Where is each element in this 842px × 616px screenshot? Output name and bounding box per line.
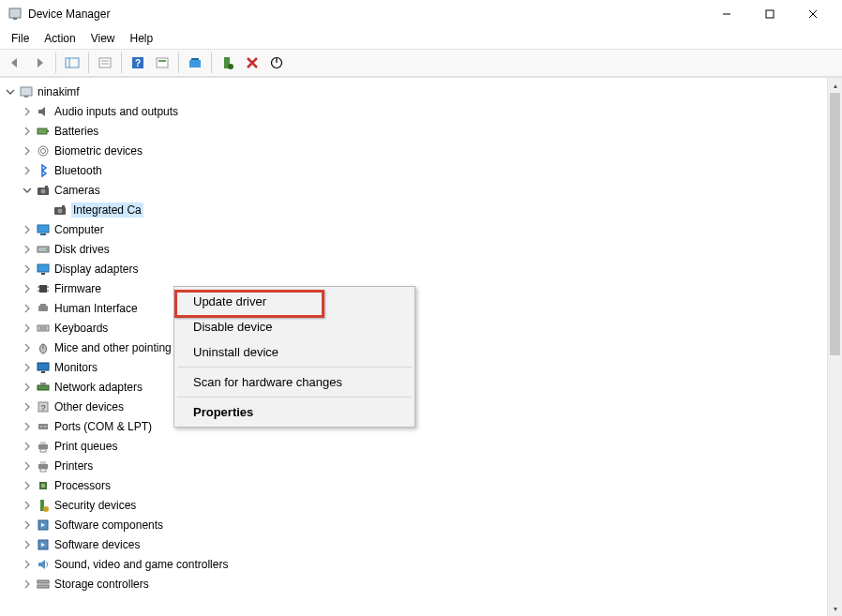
expander-icon[interactable] — [21, 341, 34, 354]
scroll-down-button[interactable]: ▾ — [828, 601, 842, 616]
tree-category-17[interactable]: Printers — [0, 456, 827, 475]
context-menu-item-6[interactable]: Properties — [176, 399, 413, 425]
tree-category-4[interactable]: Cameras — [0, 180, 827, 200]
expander-icon[interactable] — [21, 105, 34, 118]
svg-rect-54 — [38, 385, 49, 390]
menu-help[interactable]: Help — [123, 30, 161, 47]
tree-category-3[interactable]: Bluetooth — [0, 160, 827, 180]
scan-hardware-button[interactable] — [184, 52, 206, 74]
expander-icon[interactable] — [21, 578, 34, 591]
sound-icon — [36, 557, 51, 572]
expander-icon[interactable] — [21, 459, 34, 473]
expander-icon[interactable] — [21, 263, 34, 276]
help-button[interactable]: ? — [127, 52, 149, 74]
action-button[interactable] — [151, 52, 173, 74]
tree-category-16[interactable]: Print queues — [0, 436, 827, 456]
expander-icon[interactable] — [21, 538, 34, 551]
forward-button[interactable] — [28, 52, 51, 74]
svg-rect-23 — [24, 96, 28, 98]
close-button[interactable] — [791, 0, 834, 28]
svg-rect-33 — [62, 205, 65, 207]
tree-category-20[interactable]: Software components — [0, 515, 827, 534]
expander-icon[interactable] — [21, 440, 34, 453]
expander-icon[interactable] — [21, 302, 34, 315]
svg-rect-73 — [38, 580, 49, 583]
tree-category-0[interactable]: Audio inputs and outputs — [0, 101, 827, 121]
software-icon — [36, 537, 51, 552]
tree-category-21[interactable]: Software devices — [0, 534, 827, 554]
svg-rect-62 — [40, 442, 46, 444]
tree-category-6[interactable]: Disk drives — [0, 239, 827, 259]
svg-rect-63 — [40, 449, 46, 452]
other-icon: ? — [36, 399, 51, 414]
tree-category-2[interactable]: Biometric devices — [0, 141, 827, 160]
expander-icon[interactable] — [21, 322, 34, 335]
expander-icon[interactable] — [21, 479, 34, 492]
expander-icon[interactable] — [21, 164, 34, 177]
minimize-button[interactable] — [705, 0, 748, 28]
menu-view[interactable]: View — [83, 30, 123, 47]
properties-button[interactable] — [94, 52, 116, 74]
expander-icon[interactable] — [21, 184, 34, 197]
expander-icon[interactable] — [21, 381, 34, 394]
show-hide-tree-button[interactable] — [61, 52, 83, 74]
expander-icon[interactable] — [21, 144, 34, 158]
svg-text:?: ? — [40, 403, 45, 413]
tree-node-label: Network adapters — [54, 381, 143, 394]
scroll-thumb[interactable] — [830, 93, 840, 355]
expander-icon[interactable] — [21, 125, 34, 138]
back-button[interactable] — [4, 52, 26, 74]
svg-rect-34 — [38, 225, 49, 233]
tree-category-7[interactable]: Display adapters — [0, 259, 827, 278]
context-menu-separator — [177, 367, 412, 368]
expander-icon[interactable] — [21, 558, 34, 571]
tree-category-19[interactable]: Security devices — [0, 495, 827, 515]
tree-category-23[interactable]: Storage controllers — [0, 574, 827, 593]
tree-node-label: Ports (COM & LPT) — [54, 420, 152, 433]
tree-node-label: Sound, video and game controllers — [54, 558, 228, 571]
battery-icon — [36, 124, 51, 139]
tree-node-label: Bluetooth — [54, 164, 102, 177]
disable-device-button[interactable] — [265, 52, 288, 74]
svg-rect-8 — [99, 58, 111, 68]
tree-node-label: Audio inputs and outputs — [54, 105, 178, 118]
update-driver-button[interactable] — [217, 52, 239, 74]
context-menu-item-2[interactable]: Uninstall device — [176, 339, 413, 365]
expander-icon[interactable] — [21, 361, 34, 374]
svg-rect-46 — [40, 304, 46, 306]
scroll-up-button[interactable]: ▴ — [828, 78, 842, 93]
expander-icon[interactable] — [21, 400, 34, 413]
context-menu-item-1[interactable]: Disable device — [176, 314, 413, 339]
svg-rect-58 — [38, 424, 48, 429]
svg-rect-53 — [41, 371, 45, 373]
uninstall-device-button[interactable] — [241, 52, 263, 74]
context-menu-item-0[interactable]: Update driver — [176, 289, 413, 314]
svg-rect-55 — [40, 383, 46, 385]
tree-device-4-0[interactable]: Integrated Ca — [0, 200, 827, 219]
expander-icon[interactable] — [4, 85, 17, 98]
tree-category-5[interactable]: Computer — [0, 219, 827, 239]
computer-icon — [36, 222, 51, 237]
expander-icon[interactable] — [21, 420, 34, 433]
svg-rect-68 — [41, 484, 45, 488]
tree-category-18[interactable]: Processors — [0, 475, 827, 495]
expander-icon[interactable] — [21, 518, 34, 532]
maximize-button[interactable] — [748, 0, 791, 28]
svg-rect-47 — [38, 325, 49, 331]
svg-rect-66 — [40, 469, 46, 472]
vertical-scrollbar[interactable]: ▴ ▾ — [827, 78, 842, 616]
expander-icon[interactable] — [21, 223, 34, 236]
mouse-icon — [36, 340, 51, 355]
svg-rect-38 — [38, 264, 49, 272]
expander-icon[interactable] — [21, 499, 34, 512]
window-controls — [705, 0, 834, 28]
menu-action[interactable]: Action — [37, 30, 83, 47]
expander-icon[interactable] — [21, 243, 34, 256]
tree-category-1[interactable]: Batteries — [0, 121, 827, 141]
tree-root[interactable]: ninakimf — [0, 82, 827, 101]
context-menu-item-4[interactable]: Scan for hardware changes — [176, 369, 413, 395]
tree-category-22[interactable]: Sound, video and game controllers — [0, 554, 827, 574]
expander-icon[interactable] — [21, 282, 34, 295]
menu-file[interactable]: File — [4, 30, 37, 47]
svg-point-37 — [46, 248, 48, 250]
